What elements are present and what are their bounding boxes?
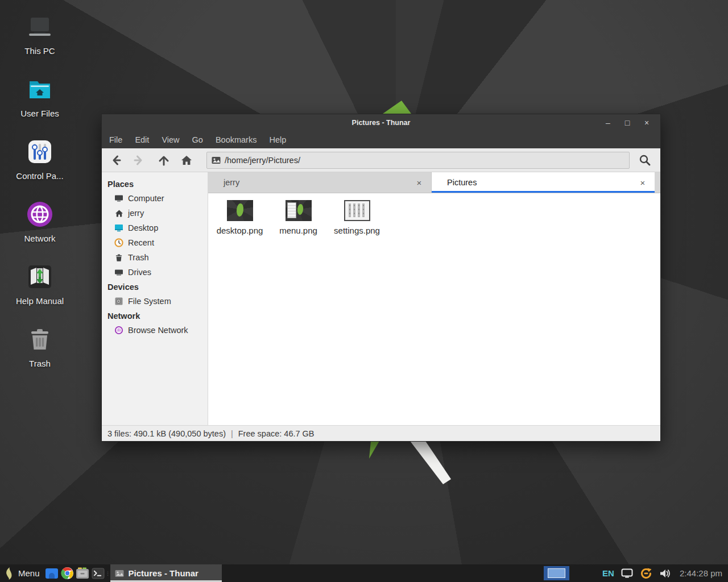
forward-icon: [133, 154, 145, 167]
menu-file[interactable]: File: [103, 131, 129, 148]
volume-icon[interactable]: [659, 568, 671, 579]
computer-icon: [10, 13, 69, 41]
up-button[interactable]: [153, 151, 175, 170]
file-menu-png[interactable]: menu.png: [269, 199, 328, 235]
toolbar: /home/jerry/Pictures/: [102, 148, 660, 172]
sidebar-item-desktop[interactable]: Desktop: [102, 221, 208, 235]
update-notifier-icon[interactable]: [640, 567, 652, 580]
window-title: Pictures - Thunar: [102, 119, 660, 127]
desktop-icon-help-manual[interactable]: Help Manual: [10, 263, 69, 306]
desktop-icon-this-pc[interactable]: This PC: [10, 13, 69, 56]
sidebar-item-file-system[interactable]: File System: [102, 294, 208, 309]
menu-bookmarks[interactable]: Bookmarks: [209, 131, 263, 148]
sidebar-header-devices: Devices: [102, 280, 208, 294]
up-icon: [158, 154, 170, 167]
sidebar-item-browse-network[interactable]: Browse Network: [102, 323, 208, 338]
status-bar: 3 files: 490.1 kB (490,050 bytes) | Free…: [102, 425, 660, 441]
file-cabinet-icon: [76, 567, 89, 579]
close-icon[interactable]: ×: [636, 176, 649, 189]
titlebar[interactable]: Pictures - Thunar – □ ×: [102, 114, 660, 131]
chrome-icon: [61, 567, 74, 580]
tab-jerry[interactable]: jerry ×: [208, 172, 432, 193]
active-workspace[interactable]: [548, 568, 565, 578]
sidebar: Places Computer jerry Desktop: [102, 172, 208, 425]
taskbar-window-button[interactable]: Pictures - Thunar: [110, 564, 222, 582]
blue-window-icon: [45, 568, 59, 579]
trash-icon: [114, 253, 123, 262]
sidebar-item-drives[interactable]: Drives: [102, 265, 208, 280]
recent-clock-icon: [114, 238, 123, 247]
help-manual-icon: [10, 263, 69, 291]
path-bar[interactable]: /home/jerry/Pictures/: [206, 152, 630, 169]
task-label: Pictures - Thunar: [129, 568, 198, 578]
desktop-png-thumbnail: [227, 200, 253, 221]
close-icon[interactable]: ×: [413, 176, 425, 189]
filesystem-drive-icon: [114, 297, 123, 306]
desktop-icon-label: Help Manual: [10, 296, 69, 306]
desktop-icon-network[interactable]: Network: [10, 200, 69, 243]
path-text: /home/jerry/Pictures/: [225, 156, 300, 165]
desktop-icon-control-panel[interactable]: Control Pa...: [10, 138, 69, 181]
menu-go[interactable]: Go: [186, 131, 209, 148]
file-view[interactable]: desktop.png menu.png settings.png: [208, 193, 660, 425]
clock[interactable]: 2:44:28 pm: [680, 568, 722, 578]
launcher-files-blue[interactable]: [44, 564, 60, 582]
user-files-folder-icon: [10, 75, 69, 103]
maximize-button[interactable]: □: [621, 116, 634, 130]
desktop-icon-label: This PC: [10, 46, 69, 56]
display-tray-icon[interactable]: [621, 568, 633, 578]
back-icon: [110, 154, 122, 167]
system-tray: EN 2:44:28 pm: [544, 566, 725, 580]
sidebar-item-recent[interactable]: Recent: [102, 235, 208, 250]
distro-menu-icon: [5, 567, 14, 580]
control-panel-icon: [10, 138, 69, 166]
launcher-terminal[interactable]: [90, 564, 106, 582]
search-icon: [638, 153, 652, 167]
image-icon: [212, 156, 221, 164]
sidebar-item-trash[interactable]: Trash: [102, 250, 208, 265]
desktop-display-icon: [114, 223, 123, 232]
launcher-file-manager[interactable]: [75, 564, 90, 582]
sidebar-item-computer[interactable]: Computer: [102, 191, 208, 206]
network-globe-icon: [114, 326, 123, 335]
applications-menu-button[interactable]: Menu: [3, 564, 44, 582]
desktop-icon-label: Trash: [10, 359, 69, 368]
search-button[interactable]: [635, 151, 655, 170]
task-window-icon: [115, 569, 124, 577]
home-icon: [180, 154, 193, 167]
settings-png-thumbnail: [344, 200, 370, 221]
network-globe-icon: [10, 200, 69, 228]
files-summary: 3 files: 490.1 kB (490,050 bytes): [107, 429, 226, 438]
home-button[interactable]: [176, 151, 197, 170]
free-space: Free space: 46.7 GB: [238, 429, 315, 438]
tab-bar: jerry × Pictures ×: [208, 172, 660, 193]
panel-handle: ⋮: [106, 564, 110, 582]
sidebar-header-network: Network: [102, 309, 208, 323]
keyboard-layout-indicator[interactable]: EN: [602, 568, 614, 578]
menu-help[interactable]: Help: [263, 131, 292, 148]
taskbar: Menu ⋮: [0, 564, 728, 582]
trash-icon: [10, 325, 69, 354]
menu-view[interactable]: View: [155, 131, 185, 148]
launcher-chrome[interactable]: [60, 564, 75, 582]
menubar: File Edit View Go Bookmarks Help: [102, 131, 660, 148]
file-desktop-png[interactable]: desktop.png: [210, 199, 269, 235]
desktop-icon-label: User Files: [10, 109, 69, 118]
menu-png-thumbnail: [286, 200, 312, 221]
minimize-button[interactable]: –: [601, 116, 615, 130]
sidebar-item-jerry-home[interactable]: jerry: [102, 206, 208, 221]
terminal-icon: [92, 568, 105, 579]
menu-label: Menu: [18, 568, 40, 578]
back-button[interactable]: [105, 151, 127, 170]
menu-edit[interactable]: Edit: [129, 131, 155, 148]
desktop-icon-trash[interactable]: Trash: [10, 325, 69, 368]
desktop-icon-label: Control Pa...: [10, 171, 69, 181]
close-button[interactable]: ×: [640, 116, 653, 130]
file-settings-png[interactable]: settings.png: [328, 199, 386, 235]
workspace-switcher[interactable]: [544, 566, 569, 580]
tab-pictures[interactable]: Pictures ×: [432, 172, 655, 193]
desktop-icon-user-files[interactable]: User Files: [10, 75, 69, 118]
drives-icon: [114, 268, 123, 277]
status-separator: |: [231, 429, 233, 438]
forward-button[interactable]: [128, 151, 150, 170]
